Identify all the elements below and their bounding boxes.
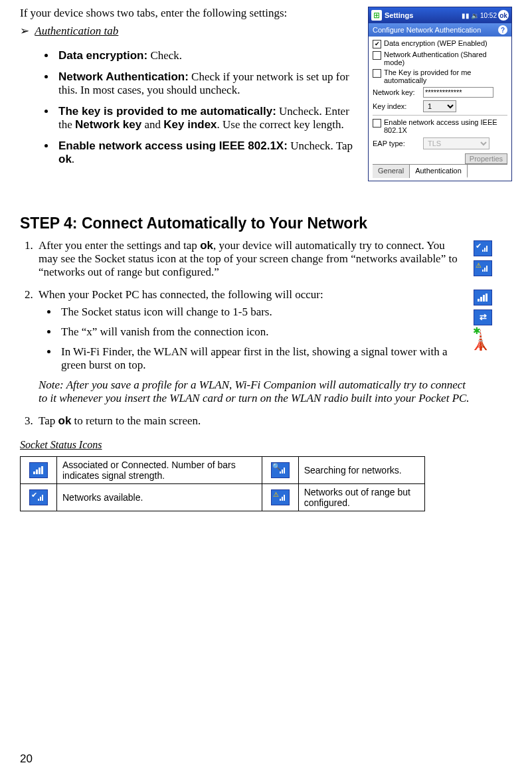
- icon-out-of-range: [262, 483, 298, 511]
- icons-table-heading: Socket Status Icons: [20, 439, 512, 451]
- auth-tab-label: Authentication tab: [35, 25, 118, 37]
- desc-available: Networks available.: [57, 483, 262, 511]
- cb3-label: The Key is provided for me automatically: [384, 68, 507, 84]
- li3-c: to return to the main screen.: [71, 414, 201, 427]
- icon-connected: [21, 456, 57, 483]
- speaker-icon: 🔉: [471, 12, 479, 19]
- key-index-label: Key index:: [373, 102, 419, 110]
- b4-text-b: ok: [58, 153, 72, 165]
- tab-general[interactable]: General: [373, 165, 410, 178]
- page-number: 20: [20, 752, 33, 766]
- b3-text-e: . Use the correct key length.: [217, 118, 344, 131]
- b3-text-d: Key index: [163, 118, 217, 131]
- cb1-label: Data encryption (WEP Enabled): [384, 39, 488, 47]
- cb4-label: Enable network access using IEEE 802.1X: [384, 118, 507, 134]
- ppc-top-title: Settings: [385, 11, 462, 19]
- ppc-sub-title: Configure Network Authentication: [373, 26, 481, 34]
- key-index-row: Key index: 1: [373, 100, 507, 112]
- networks-out-of-range-icon: [474, 260, 492, 276]
- key-index-select[interactable]: 1: [423, 100, 456, 112]
- ppc-body: ✔Data encryption (WEP Enabled) Network A…: [369, 37, 511, 181]
- checkbox-ieee8021x[interactable]: Enable network access using IEEE 802.1X: [373, 118, 507, 134]
- eap-label: EAP type:: [373, 139, 419, 147]
- step4-note: Note: After you save a profile for a WLA…: [39, 379, 477, 405]
- tab-authentication[interactable]: Authentication: [410, 165, 468, 178]
- step4-heading: STEP 4: Connect Automatically to Your Ne…: [20, 215, 512, 232]
- eap-select: TLS: [423, 137, 489, 149]
- divider: [373, 115, 507, 116]
- step4-item-2: ⇄ 🗼✱ When your Pocket PC has connected, …: [36, 288, 512, 405]
- desc-searching: Searching for networks.: [298, 456, 424, 483]
- b4-label: Enable network access using IEEE 802.1X:: [58, 139, 288, 152]
- cb2-label: Network Authentication (Shared mode): [384, 50, 507, 66]
- ppc-subbar: Configure Network Authentication ?: [369, 23, 511, 37]
- checkbox-network-auth[interactable]: Network Authentication (Shared mode): [373, 50, 507, 66]
- step4-item-1: After you enter the settings and tap ok,…: [36, 239, 512, 279]
- b1-text: Check.: [147, 49, 182, 62]
- ppc-topbar: ⊞ Settings ▮▮ 🔉 10:52 ok: [369, 7, 511, 23]
- li1-a: After you enter the settings and tap: [39, 239, 200, 252]
- li3-b: ok: [58, 414, 72, 427]
- step4-item-3: Tap ok to return to the main screen.: [36, 414, 512, 428]
- li2-intro: When your Pocket PC has connected, the f…: [39, 288, 323, 301]
- icon-searching: [262, 456, 298, 483]
- b3-text-c: and: [141, 118, 163, 131]
- windows-flag-icon: ⊞: [371, 10, 382, 21]
- ppc-tabs: General Authentication: [373, 164, 507, 178]
- network-key-input[interactable]: [423, 87, 493, 98]
- li2-b1: The Socket status icon will change to 1-…: [58, 305, 477, 319]
- properties-button: Properties: [465, 153, 507, 164]
- li1-b: ok: [200, 239, 213, 252]
- checkbox-data-encryption[interactable]: ✔Data encryption (WEP Enabled): [373, 39, 507, 48]
- b4-text-a: Uncheck. Tap: [288, 139, 353, 152]
- ppc-status-icons: ▮▮ 🔉 10:52 ok: [462, 10, 509, 21]
- ok-button[interactable]: ok: [498, 10, 509, 21]
- pocket-pc-screenshot: ⊞ Settings ▮▮ 🔉 10:52 ok Configure Netwo…: [368, 7, 512, 181]
- b4-text-c: .: [72, 153, 74, 165]
- network-key-label: Network key:: [373, 88, 419, 96]
- table-row: Networks available. Networks out of rang…: [21, 483, 425, 511]
- desc-out-of-range: Networks out of range but configured.: [298, 483, 424, 511]
- signal-tower-icon: 🗼✱: [469, 329, 492, 351]
- li3-a: Tap: [39, 414, 58, 427]
- table-row: Associated or Connected. Number of bars …: [21, 456, 425, 483]
- icon-available: [21, 483, 57, 511]
- networks-available-icon: [474, 240, 492, 256]
- signal-icon: ▮▮: [462, 12, 470, 19]
- li2-sublist: The Socket status icon will change to 1-…: [43, 305, 477, 372]
- li2-b2: The “x” will vanish from the connection …: [58, 325, 477, 339]
- li2-b3: In Wi-Fi Finder, the WLAN will appear fi…: [58, 345, 477, 372]
- b2-label: Network Authentication:: [58, 70, 189, 83]
- b3-label: The key is provided to me automatically:: [58, 105, 276, 118]
- connection-icon: ⇄: [474, 309, 492, 325]
- b3-text-b: Network key: [75, 118, 141, 131]
- signal-bars-icon: [474, 290, 492, 305]
- help-icon[interactable]: ?: [498, 25, 507, 35]
- clock-text: 10:52: [480, 12, 497, 19]
- desc-connected: Associated or Connected. Number of bars …: [57, 456, 262, 483]
- checkbox-key-auto[interactable]: The Key is provided for me automatically: [373, 68, 507, 84]
- network-key-row: Network key:: [373, 87, 507, 98]
- step4-list: After you enter the settings and tap ok,…: [20, 239, 512, 428]
- arrow-icon: ➢: [20, 25, 29, 37]
- socket-status-icons-table: Associated or Connected. Number of bars …: [20, 456, 425, 511]
- b1-label: Data encryption:: [58, 49, 147, 62]
- eap-row: EAP type: TLS: [373, 137, 507, 149]
